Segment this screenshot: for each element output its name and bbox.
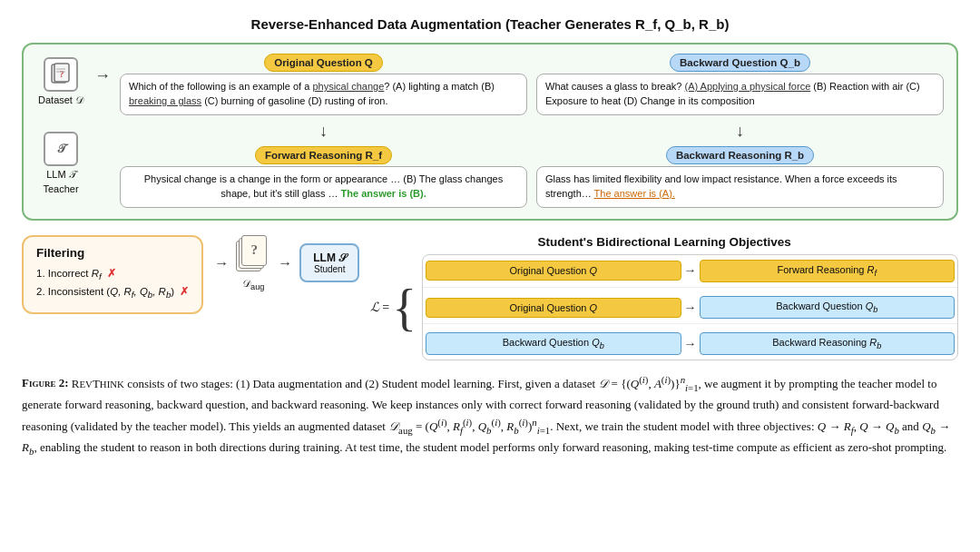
obj-row1-left: Original Question Q [426, 261, 681, 281]
filter-arrow: → [214, 255, 229, 271]
main-title: Reverse-Enhanced Data Augmentation (Teac… [22, 16, 958, 32]
obj-row2-left: Original Question Q [426, 298, 681, 318]
left-icons: ? Dataset 𝒟 𝒯 LLM 𝒯 Teacher [36, 54, 85, 194]
llm-icon-box: 𝒯 LLM 𝒯 Teacher [43, 132, 78, 194]
daug-to-student-arrow: → [278, 255, 292, 271]
col-right: Backward Question Q_b What causes a glas… [536, 54, 944, 208]
backward-answer: The answer is (A). [594, 188, 675, 199]
llm-student-box: LLM 𝒮 Student [299, 243, 359, 282]
teacher-row: ? Dataset 𝒟 𝒯 LLM 𝒯 Teacher → [36, 54, 944, 208]
forward-r-text: Physical change is a change in the form … [120, 166, 527, 208]
caption-appname: REVTHINK [72, 377, 124, 390]
llm-sublabel: Teacher [43, 183, 78, 194]
llm-student-label: LLM 𝒮 [313, 251, 346, 264]
dataset-icon-box: ? Dataset 𝒟 [38, 57, 83, 106]
obj-arrow-3: → [684, 337, 697, 351]
backward-r-section: Backward Reasoning R_b Glass has limited… [536, 146, 944, 208]
dataset-label: Dataset 𝒟 [38, 94, 83, 106]
obj-row-2: Original Question Q → Backward Question … [423, 291, 957, 324]
down-arrow-forward: ↓ [120, 123, 527, 139]
forward-r-section: Forward Reasoning R_f Physical change is… [120, 146, 527, 208]
diagram-area: Reverse-Enhanced Data Augmentation (Teac… [22, 16, 958, 360]
student-title: Student's Bidirectional Learning Objecti… [370, 235, 958, 249]
obj-row2-right: Backward Question Qb [700, 296, 955, 319]
obj-arrow-1: → [684, 263, 697, 278]
forward-answer: The answer is (B). [341, 188, 426, 199]
original-q-text: Which of the following is an example of … [120, 74, 527, 115]
backward-r-label: Backward Reasoning R_b [666, 146, 814, 164]
breaking-glass-link: breaking a glass [129, 95, 201, 106]
obj-row-1: Original Question Q → Forward Reasoning … [423, 255, 957, 288]
physical-change-link: physical change [312, 81, 384, 92]
daug-icon-box: ? 𝒟aug [236, 235, 270, 291]
daug-label: 𝒟aug [242, 278, 264, 291]
filter-item-1: 1. Incorrect Rf ✗ [36, 267, 189, 281]
llm-teacher-icon: 𝒯 [44, 132, 78, 166]
filter-item-2: 2. Inconsistent (Q, Rf, Qb, Rb) ✗ [36, 285, 189, 300]
dataset-arrow: → [94, 66, 111, 85]
obj-row1-right: Forward Reasoning Rf [700, 260, 955, 282]
filtering-title: Filtering [36, 246, 189, 260]
llm-label: LLM 𝒯 [46, 169, 74, 181]
obj-arrow-2: → [684, 301, 697, 315]
teacher-content: Original Question Q Which of the followi… [120, 54, 944, 208]
cross-2: ✗ [180, 286, 189, 297]
teacher-cols: Original Question Q Which of the followi… [120, 54, 944, 208]
backward-q-section: Backward Question Q_b What causes a glas… [536, 54, 944, 115]
teacher-box: ? Dataset 𝒟 𝒯 LLM 𝒯 Teacher → [22, 43, 958, 221]
original-q-section: Original Question Q Which of the followi… [120, 54, 527, 115]
big-curly-brace: { [392, 282, 416, 333]
svg-text:?: ? [60, 69, 64, 79]
obj-row3-left: Backward Question Qb [426, 332, 681, 355]
backward-r-text: Glass has limited flexibility and low im… [536, 166, 944, 208]
backward-q-label: Backward Question Q_b [670, 54, 810, 72]
filter-to-daug: → ? 𝒟aug → LLM 𝒮 Student [214, 235, 359, 291]
obj-row-3: Backward Question Qb → Backward Reasonin… [423, 328, 957, 360]
caption-text: consists of two stages: (1) Data augment… [22, 377, 950, 454]
student-objectives-inner: ℒ = { Original Question Q → Forward Reas… [370, 254, 958, 361]
L-symbol: ℒ [370, 300, 379, 315]
down-arrow-backward: ↓ [536, 123, 944, 139]
L-symbol-area: ℒ = { [370, 282, 416, 333]
dataset-icon: ? [44, 57, 78, 92]
equals-sign: = [382, 301, 389, 315]
obj-row3-right: Backward Reasoning Rb [700, 332, 955, 355]
backward-q-answer-link: (A) Applying a physical force [684, 81, 810, 92]
backward-q-text: What causes a glass to break? (A) Applyi… [536, 74, 944, 115]
filtering-box: Filtering 1. Incorrect Rf ✗ 2. Inconsist… [22, 235, 203, 315]
caption: Figure 2: REVTHINK consists of two stage… [22, 371, 958, 458]
bottom-section: Filtering 1. Incorrect Rf ✗ 2. Inconsist… [22, 235, 958, 361]
col-left: Original Question Q Which of the followi… [120, 54, 527, 208]
llm-student-sublabel: Student [313, 264, 346, 274]
daug-icon: ? [236, 235, 270, 275]
student-right: Student's Bidirectional Learning Objecti… [370, 235, 958, 361]
cross-1: ✗ [107, 268, 116, 279]
forward-r-label: Forward Reasoning R_f [255, 146, 392, 164]
original-q-label: Original Question Q [264, 54, 383, 72]
objectives-table: Original Question Q → Forward Reasoning … [422, 254, 958, 361]
caption-label: Figure 2: [22, 377, 69, 390]
